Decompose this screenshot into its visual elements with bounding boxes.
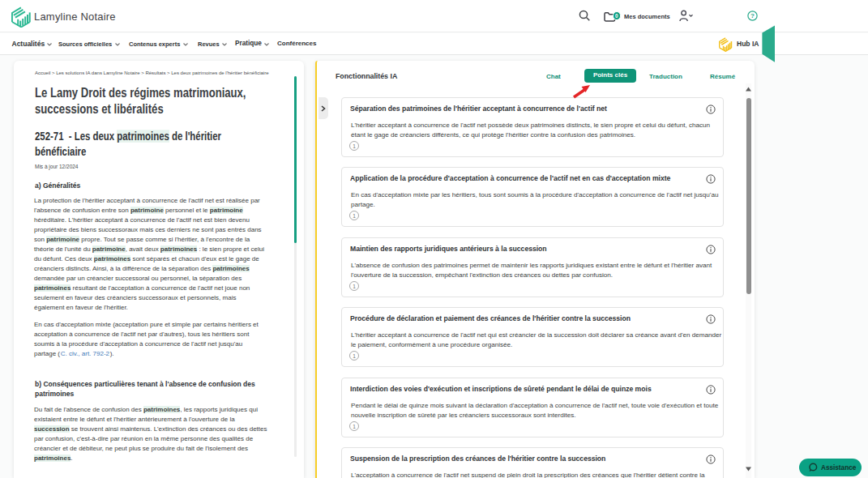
svg-text:?: ? <box>750 12 755 19</box>
